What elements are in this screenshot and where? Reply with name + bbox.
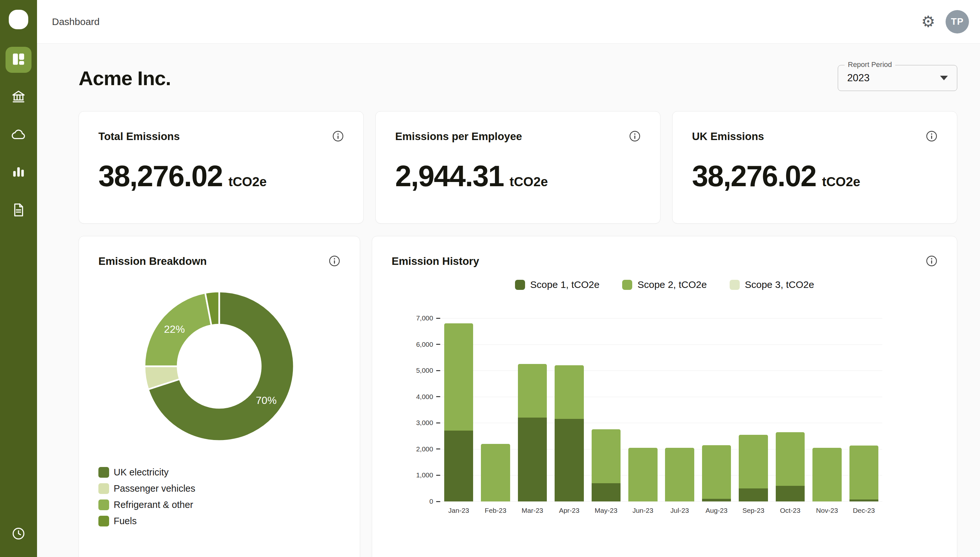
legend-swatch — [730, 280, 740, 290]
bar-segment-scope-1 — [518, 418, 547, 502]
bar-segment-scope-2 — [739, 435, 768, 489]
bar-segment-scope-1 — [702, 499, 731, 502]
y-axis-label: 2,000 — [416, 445, 433, 453]
y-axis-label: 0 — [429, 498, 433, 505]
y-axis-tick-mark — [436, 422, 440, 423]
legend-label: UK electricity — [114, 467, 169, 478]
bar-segment-scope-1 — [776, 486, 805, 502]
sidebar-item-cloud[interactable] — [5, 122, 31, 148]
y-axis-label: 5,000 — [416, 366, 433, 375]
y-axis-tick-mark — [436, 318, 440, 319]
bar-segment-scope-2 — [813, 448, 842, 502]
x-axis-label: Jan-23 — [440, 507, 477, 515]
sidebar-item-analytics[interactable] — [5, 160, 31, 186]
stat-value: 2,944.31 — [395, 160, 504, 193]
bar-slot — [845, 318, 882, 502]
bar-segment-scope-2 — [665, 448, 694, 502]
sidebar-item-history[interactable] — [5, 521, 31, 547]
sidebar-item-organisation[interactable] — [5, 85, 31, 111]
clock-icon — [11, 526, 26, 542]
chevron-down-icon — [940, 76, 948, 80]
emission-history-card: Emission History Scope 1, tCO2eScope 2, … — [372, 236, 957, 557]
y-axis-label: 4,000 — [416, 393, 433, 401]
bar-segment-scope-2 — [776, 432, 805, 486]
page-title: Dashboard — [52, 16, 100, 27]
sidebar-nav — [5, 47, 31, 223]
bar-segment-scope-2 — [702, 445, 731, 499]
bar-slot — [735, 318, 772, 502]
bar-segment-scope-2 — [444, 323, 474, 431]
bar-segment-scope-2 — [628, 448, 657, 502]
info-icon[interactable] — [926, 255, 938, 267]
bar-slot — [808, 318, 845, 502]
bar-slot — [588, 318, 625, 502]
legend-swatch — [98, 483, 109, 494]
legend-swatch — [98, 516, 109, 526]
bar-slot — [698, 318, 735, 502]
legend-swatch — [98, 500, 109, 510]
y-axis-tick-mark — [436, 501, 440, 502]
bar-chart: 01,0002,0003,0004,0005,0006,0007,000 Jan… — [392, 318, 938, 515]
stat-unit: tCO2e — [509, 174, 548, 189]
bar-Sep-23 — [739, 318, 768, 502]
card-title: UK Emissions — [692, 130, 764, 143]
charts-row: Emission Breakdown 70%22% UK electricity… — [79, 236, 957, 557]
y-axis-tick: 3,000 — [392, 419, 440, 427]
brand-logo — [9, 10, 28, 29]
report-period-select[interactable]: Report Period 2023 — [838, 65, 957, 91]
sidebar — [0, 0, 37, 557]
info-icon[interactable] — [329, 255, 340, 267]
y-axis-tick-mark — [436, 448, 440, 450]
bar-Jun-23 — [628, 318, 657, 502]
bar-slot — [625, 318, 661, 502]
x-axis-label: Jun-23 — [625, 507, 661, 515]
y-axis-label: 3,000 — [416, 419, 433, 427]
document-icon — [11, 202, 26, 219]
avatar[interactable]: TP — [946, 10, 969, 33]
x-axis-label: May-23 — [588, 507, 625, 515]
bar-slot — [551, 318, 587, 502]
stat-unit: tCO2e — [822, 174, 860, 189]
bar-segment-scope-2 — [555, 365, 584, 419]
company-name: Acme Inc. — [79, 67, 171, 90]
x-axis-label: Nov-23 — [808, 507, 845, 515]
bars-row — [440, 318, 882, 502]
stat-value: 38,276.02 — [98, 160, 222, 193]
app-root: Dashboard ⚙ TP Acme Inc. Report Period 2… — [0, 0, 980, 557]
card-title: Emissions per Employee — [395, 130, 522, 143]
info-icon[interactable] — [926, 130, 938, 142]
x-axis-label: Apr-23 — [551, 507, 587, 515]
card-title: Emission History — [392, 255, 479, 267]
sidebar-item-documents[interactable] — [5, 197, 31, 223]
legend-label: Passenger vehicles — [114, 483, 195, 494]
bank-icon — [11, 90, 26, 106]
y-axis-tick: 7,000 — [392, 314, 440, 322]
bar-Feb-23 — [481, 318, 510, 502]
bar-segment-scope-2 — [481, 444, 510, 502]
legend-item: Passenger vehicles — [98, 483, 340, 494]
bar-Aug-23 — [702, 318, 731, 502]
info-icon[interactable] — [332, 130, 344, 142]
report-period-label: Report Period — [845, 60, 895, 69]
gear-icon[interactable]: ⚙ — [921, 14, 935, 29]
bar-segment-scope-1 — [592, 483, 621, 502]
bar-segment-scope-2 — [518, 364, 547, 418]
card-title: Emission Breakdown — [98, 255, 207, 267]
y-axis-tick: 4,000 — [392, 393, 440, 401]
report-period-value: 2023 — [847, 72, 870, 84]
cloud-icon — [11, 127, 26, 143]
y-axis: 01,0002,0003,0004,0005,0006,0007,000 — [392, 318, 440, 502]
emission-breakdown-donut-svg: 70%22% — [141, 288, 297, 444]
sidebar-item-dashboard[interactable] — [5, 47, 31, 73]
x-axis: Jan-23Feb-23Mar-23Apr-23May-23Jun-23Jul-… — [440, 507, 882, 515]
y-axis-tick: 0 — [392, 498, 440, 505]
legend-item: Fuels — [98, 516, 340, 526]
info-icon[interactable] — [629, 130, 641, 142]
y-axis-label: 1,000 — [416, 471, 433, 479]
x-axis-label: Dec-23 — [845, 507, 882, 515]
stat-unit: tCO2e — [228, 174, 266, 189]
y-axis-label: 7,000 — [416, 314, 433, 322]
x-axis-label: Aug-23 — [698, 507, 735, 515]
legend-swatch — [98, 467, 109, 478]
card-title: Total Emissions — [98, 130, 180, 143]
